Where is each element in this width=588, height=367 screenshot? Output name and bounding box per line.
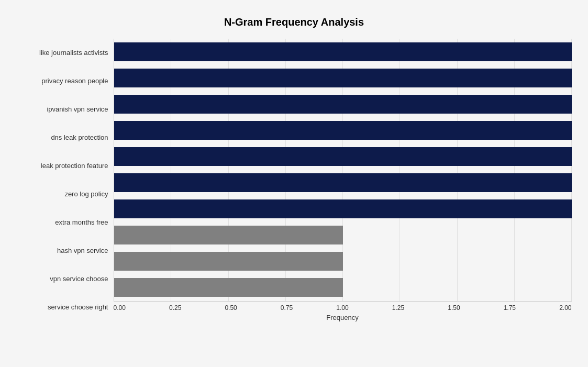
bar (114, 121, 572, 140)
bar (114, 173, 572, 192)
x-tick: 1.00 (336, 304, 348, 312)
chart-title: N-Gram Frequency Analysis (17, 16, 572, 28)
bars-and-xaxis: 0.000.250.500.751.001.251.501.752.00 Fre… (114, 39, 572, 321)
bar-row (114, 172, 572, 194)
y-label: vpn service choose (17, 275, 108, 283)
bar-row (114, 67, 572, 89)
y-label: service choose right (17, 303, 108, 312)
bar (114, 199, 572, 218)
y-label: like journalists activists (17, 49, 108, 57)
y-label: privacy reason people (17, 77, 108, 85)
bar-row (114, 41, 572, 63)
bar-row (114, 119, 572, 141)
bar (114, 147, 572, 166)
bar (114, 42, 572, 61)
y-axis: like journalists activistsprivacy reason… (17, 39, 114, 321)
bar-row (114, 276, 572, 298)
y-label: ipvanish vpn service (17, 105, 108, 114)
bar-row (114, 198, 572, 220)
bar-row (114, 250, 572, 272)
x-tick: 1.75 (504, 304, 516, 312)
bar-row (114, 224, 572, 246)
x-tick: 1.50 (448, 304, 460, 312)
x-axis: 0.000.250.500.751.001.251.501.752.00 (114, 302, 572, 312)
bar-row (114, 93, 572, 115)
chart-container: N-Gram Frequency Analysis like journalis… (6, 6, 582, 362)
y-label: leak protection feature (17, 162, 108, 170)
bar-row (114, 146, 572, 168)
x-tick: 0.00 (114, 304, 126, 312)
x-tick: 0.50 (225, 304, 237, 312)
x-axis-label: Frequency (114, 314, 572, 321)
bar (114, 226, 343, 244)
y-label: zero log policy (17, 190, 108, 198)
x-tick: 0.25 (169, 304, 181, 312)
x-tick: 2.00 (559, 304, 571, 312)
x-tick: 0.75 (281, 304, 293, 312)
bar (114, 69, 572, 87)
y-label: hash vpn service (17, 247, 108, 255)
bars-wrapper (114, 39, 572, 302)
bar (114, 278, 343, 297)
chart-area: like journalists activistsprivacy reason… (17, 39, 572, 321)
y-label: dns leak protection (17, 134, 108, 142)
bar (114, 95, 572, 114)
x-tick: 1.25 (392, 304, 404, 312)
bar (114, 252, 343, 271)
y-label: extra months free (17, 218, 108, 227)
